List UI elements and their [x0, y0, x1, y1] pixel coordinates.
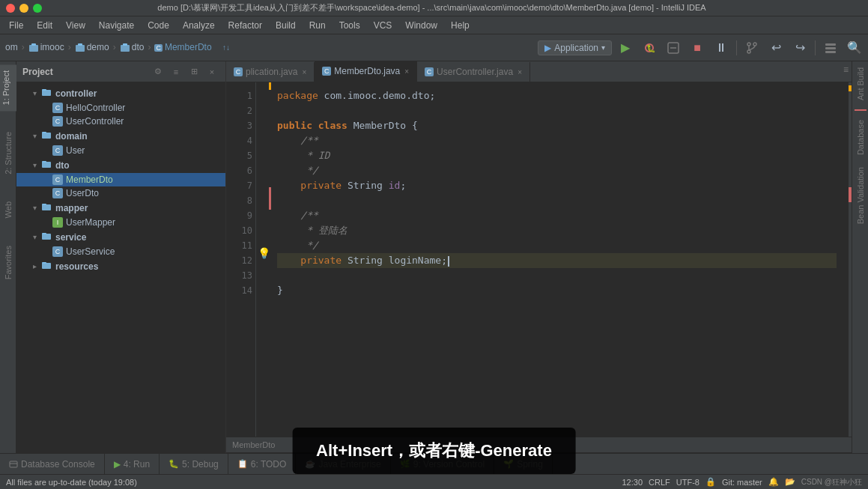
menu-help[interactable]: Help: [445, 19, 476, 32]
web-panel-tab[interactable]: Web: [2, 195, 14, 224]
breadcrumb-dto[interactable]: dto: [118, 41, 147, 54]
gutter: 💡: [256, 82, 271, 437]
code-line-8: [277, 193, 837, 208]
toolbar-breadcrumb: om › imooc › demo › dto › CMemberDto ↑↓: [3, 41, 535, 54]
folder-icon-dto: [40, 159, 52, 171]
search-button[interactable]: 🔍: [844, 37, 865, 58]
panel-settings-icon[interactable]: ⚙: [151, 64, 166, 79]
menu-window[interactable]: Window: [399, 19, 443, 32]
tree-class-userdto[interactable]: C UserDto: [16, 186, 225, 200]
menu-refactor[interactable]: Refactor: [222, 19, 268, 32]
project-panel-tab[interactable]: 1: Project: [0, 64, 16, 111]
menu-edit[interactable]: Edit: [31, 19, 58, 32]
close-button[interactable]: ×: [6, 4, 15, 13]
menu-tools[interactable]: Tools: [333, 19, 366, 32]
panel-filter-icon[interactable]: ≡: [169, 64, 183, 79]
menu-vcs[interactable]: VCS: [368, 19, 398, 32]
menu-file[interactable]: File: [3, 19, 29, 32]
tree-folder-mapper[interactable]: ▾ mapper: [16, 200, 225, 216]
tab-application[interactable]: C plication.java ×: [226, 62, 315, 82]
panel-close-icon[interactable]: ×: [204, 64, 219, 79]
right-indicator: [855, 109, 867, 111]
svg-rect-17: [825, 51, 836, 53]
svg-rect-20: [42, 133, 51, 139]
stop-button[interactable]: ■: [687, 37, 708, 58]
minimize-button[interactable]: −: [19, 4, 28, 13]
line-separator[interactable]: CRLF: [649, 478, 670, 487]
window-title: demo [D:\慕课网\开发工具idea从入门到差不差手\workspace\…: [42, 2, 822, 13]
tree-label-usermapper: UserMapper: [66, 217, 115, 228]
project-panel-header: Project ⚙ ≡ ⊞ ×: [16, 61, 225, 82]
pause-button[interactable]: ⏸: [711, 37, 732, 58]
menu-code[interactable]: Code: [142, 19, 175, 32]
git-branch[interactable]: Git: master: [722, 478, 762, 487]
database-tab[interactable]: Database: [854, 114, 867, 161]
svg-rect-28: [42, 263, 51, 269]
breadcrumb-imooc[interactable]: imooc: [26, 41, 67, 54]
panel-expand-icon[interactable]: ⊞: [186, 64, 201, 79]
redo-button[interactable]: ↪: [789, 37, 810, 58]
tree-class-memberdto[interactable]: C MemberDto: [16, 173, 225, 186]
encoding[interactable]: UTF-8: [676, 478, 699, 487]
notification-icon[interactable]: 🔔: [768, 477, 779, 487]
tab-label-usercontroller: UserController.java: [437, 67, 513, 77]
coverage-button[interactable]: [663, 37, 684, 58]
tree-arrow-mapper: ▾: [28, 204, 40, 212]
menu-run[interactable]: Run: [303, 19, 332, 32]
run-tab[interactable]: ▶ 4: Run: [105, 454, 160, 475]
breadcrumb-memberdto[interactable]: CMemberDto: [152, 41, 213, 53]
tree-folder-resources[interactable]: ▸ resources: [16, 258, 225, 274]
editor-settings-icon[interactable]: ≡: [843, 64, 849, 75]
tab-label-memberdto: MemberDto.java: [334, 66, 400, 76]
tab-close-memberdto[interactable]: ×: [404, 67, 409, 76]
tree-class-userservice[interactable]: C UserService: [16, 245, 225, 258]
tree-class-usermapper[interactable]: I UserMapper: [16, 216, 225, 229]
breadcrumb-om[interactable]: om: [3, 41, 20, 53]
code-editor: 12345 678910 11121314 💡 package com.imoo…: [226, 82, 852, 437]
svg-rect-30: [10, 461, 17, 467]
structure-panel-tab[interactable]: 2: Structure: [2, 126, 14, 180]
project-panel: Project ⚙ ≡ ⊞ × ▾ controller C: [16, 61, 226, 453]
tab-memberdto[interactable]: C MemberDto.java ×: [315, 61, 417, 82]
code-line-13: [277, 268, 837, 283]
tree-label-hellocontroller: HelloController: [66, 103, 125, 113]
tree-folder-domain[interactable]: ▾ domain: [16, 128, 225, 144]
cursor-position[interactable]: 12:30: [622, 478, 643, 487]
tree-label-userservice: UserService: [66, 246, 115, 257]
class-icon-userctrl: C: [52, 116, 63, 127]
debug-button[interactable]: 🐛: [639, 37, 660, 58]
maximize-button[interactable]: □: [33, 4, 42, 13]
tab-usercontroller[interactable]: C UserController.java ×: [417, 62, 530, 82]
tab-close-application[interactable]: ×: [302, 68, 306, 76]
code-line-2: [277, 103, 837, 118]
run-config[interactable]: ▶ Application ▾: [538, 40, 612, 55]
menu-build[interactable]: Build: [270, 19, 302, 32]
menu-analyze[interactable]: Analyze: [177, 19, 221, 32]
todo-tab[interactable]: 📋 6: TODO: [228, 454, 297, 475]
tree-class-hellocontroller[interactable]: C HelloController: [16, 101, 225, 115]
tree-folder-controller[interactable]: ▾ controller: [16, 85, 225, 101]
undo-button[interactable]: ↩: [765, 37, 786, 58]
bean-validation-tab[interactable]: Bean Validation: [854, 161, 867, 230]
database-console-tab[interactable]: Database Console: [0, 454, 105, 475]
menu-view[interactable]: View: [60, 19, 91, 32]
breadcrumb-demo[interactable]: demo: [73, 41, 112, 54]
scrollbar-area[interactable]: [843, 82, 852, 437]
tree-folder-dto[interactable]: ▾ dto: [16, 157, 225, 173]
intention-bulb-icon[interactable]: 💡: [258, 247, 270, 259]
code-content[interactable]: package com.imooc.demo.dto; public class…: [271, 82, 843, 437]
tree-folder-service[interactable]: ▾ service: [16, 229, 225, 245]
run-tab-label: 4: Run: [124, 459, 150, 470]
run-button[interactable]: ▶: [615, 37, 636, 58]
menu-navigate[interactable]: Navigate: [93, 19, 140, 32]
ant-build-tab[interactable]: Ant Build: [854, 61, 867, 106]
debug-tab[interactable]: 🐛 5: Debug: [160, 454, 228, 475]
favorites-panel-tab[interactable]: Favorites: [2, 240, 14, 285]
tree-class-usercontroller[interactable]: C UserController: [16, 115, 225, 128]
tree-arrow-controller: ▾: [28, 89, 40, 97]
structure-button[interactable]: [820, 37, 841, 58]
code-line-4: /**: [277, 133, 837, 148]
tab-close-usercontroller[interactable]: ×: [518, 68, 522, 76]
tree-class-user[interactable]: C User: [16, 144, 225, 157]
branch-button[interactable]: [741, 37, 762, 58]
